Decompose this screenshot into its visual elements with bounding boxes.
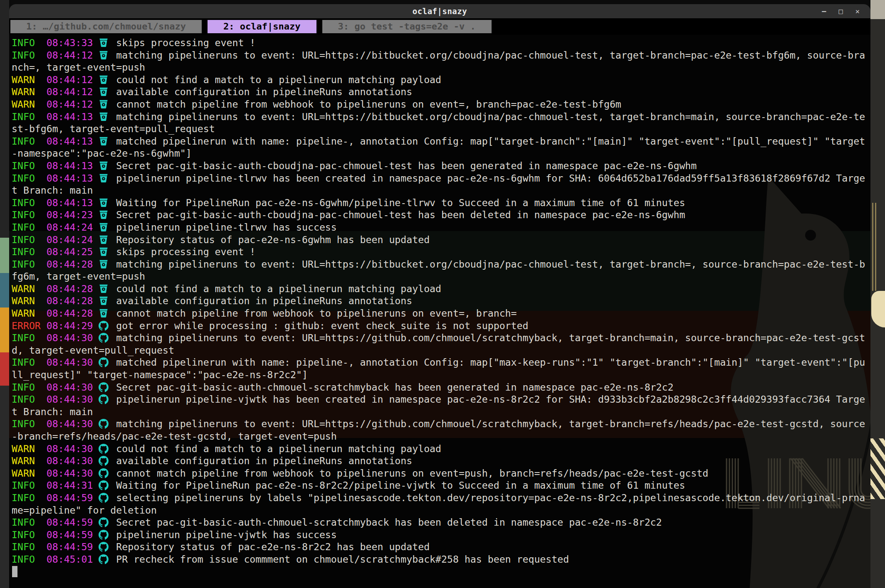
- bitbucket-icon: [99, 247, 110, 257]
- log-line: WARN 08:44:30 cannot match pipeline from…: [12, 467, 870, 480]
- log-line: INFO 08:44:13 Secret pac-git-basic-auth-…: [12, 160, 870, 172]
- log-line: WARN 08:44:12 available configuration in…: [12, 86, 870, 98]
- log-message: Waiting for PipelineRun pac-e2e-ns-6gwhm…: [116, 197, 685, 208]
- log-level: INFO: [12, 554, 47, 565]
- log-message: could not find a match to a pipelinerun …: [116, 74, 441, 85]
- github-icon: [99, 444, 110, 454]
- log-line: INFO 08:44:23 Secret pac-git-basic-auth-…: [12, 209, 870, 221]
- log-line: WARN 08:44:12 could not find a match to …: [12, 74, 870, 86]
- log-timestamp: 08:44:29: [47, 320, 93, 331]
- close-button[interactable]: ✕: [855, 4, 860, 18]
- log-timestamp: 08:44:30: [47, 394, 93, 405]
- wallpaper-stripe: [0, 0, 9, 238]
- minimize-button[interactable]: –: [822, 4, 826, 18]
- log-timestamp: 08:44:30: [47, 467, 93, 479]
- wallpaper-stripe: [0, 386, 9, 588]
- log-line: WARN 08:44:30 could not find a match to …: [12, 443, 870, 455]
- tab-1[interactable]: 1: …/github.com/chmouel/snazy: [10, 20, 202, 33]
- log-level: INFO: [12, 492, 47, 503]
- bitbucket-icon: [99, 210, 110, 220]
- log-level: INFO: [12, 258, 47, 270]
- log-level: WARN: [12, 308, 47, 319]
- log-line: INFO 08:44:12 matching pipelineruns to e…: [12, 49, 870, 74]
- log-message: pipelinerun pipeline-tlrwv has success: [116, 221, 336, 233]
- tab-2[interactable]: 2: oclaf|snazy: [208, 20, 316, 33]
- log-timestamp: 08:44:13: [47, 160, 93, 171]
- log-level: WARN: [12, 443, 47, 454]
- log-line: INFO 08:44:31 Waiting for PipelineRun pa…: [12, 479, 870, 492]
- bitbucket-icon: [99, 284, 110, 294]
- github-icon: [99, 468, 110, 478]
- log-level: INFO: [12, 209, 47, 220]
- log-line: INFO 08:44:24 pipelinerun pipeline-tlrwv…: [12, 221, 870, 234]
- log-level: INFO: [12, 111, 47, 122]
- log-line: INFO 08:45:01 PR recheck from issue comm…: [12, 553, 870, 566]
- bitbucket-icon: [99, 38, 110, 48]
- wallpaper-gold-line: [872, 203, 873, 291]
- log-level: INFO: [12, 480, 47, 491]
- log-timestamp: 08:44:59: [47, 492, 93, 503]
- log-line: INFO 08:44:59 pipelinerun pipeline-vjwtk…: [12, 529, 870, 541]
- bitbucket-icon: [99, 259, 110, 269]
- maximize-button[interactable]: □: [839, 4, 843, 18]
- github-icon: [99, 394, 110, 404]
- log-message: pipelinerun pipeline-vjwtk has success: [116, 529, 336, 540]
- log-line: WARN 08:44:30 available configuration in…: [12, 455, 870, 467]
- terminal-cursor: [12, 566, 17, 577]
- log-timestamp: 08:44:30: [47, 357, 93, 368]
- log-level: INFO: [12, 172, 47, 184]
- log-timestamp: 08:44:13: [47, 111, 93, 122]
- terminal-screen[interactable]: INFO 08:43:33 skips processing event !IN…: [9, 35, 870, 578]
- terminal-area: INFO 08:43:33 skips processing event !IN…: [9, 35, 870, 588]
- wallpaper-stripe: [0, 273, 9, 308]
- log-message: matched pipelinerun with name: pipeline-…: [12, 357, 865, 380]
- log-timestamp: 08:44:59: [47, 529, 93, 540]
- log-message: available configuration in pipelineRuns …: [116, 455, 412, 466]
- log-line: INFO 08:44:13 matched pipelinerun with n…: [12, 135, 870, 160]
- log-timestamp: 08:44:30: [47, 332, 93, 343]
- log-line: INFO 08:44:59 Secret pac-git-basic-auth-…: [12, 516, 870, 529]
- bitbucket-icon: [99, 296, 110, 306]
- title-bar[interactable]: oclaf|snazy –□✕: [9, 4, 870, 18]
- log-line: WARN 08:44:28 could not find a match to …: [12, 283, 870, 295]
- log-message: matching pipelineruns to event: URL=http…: [12, 418, 865, 442]
- log-level: WARN: [12, 86, 47, 97]
- wallpaper-right-band: [870, 0, 885, 588]
- log-message: Repository status of pac-e2e-ns-8r2c2 ha…: [116, 541, 430, 552]
- log-timestamp: 08:44:24: [47, 234, 93, 245]
- log-message: matching pipelineruns to event: URL=http…: [12, 49, 865, 73]
- log-timestamp: 08:44:25: [47, 246, 93, 257]
- github-icon: [99, 382, 110, 392]
- log-level: INFO: [12, 541, 47, 552]
- bitbucket-icon: [99, 75, 110, 85]
- bitbucket-icon: [99, 222, 110, 232]
- tab-3[interactable]: 3: go test -tags=e2e -v .: [322, 20, 492, 33]
- log-line: INFO 08:44:30 Secret pac-git-basic-auth-…: [12, 381, 870, 394]
- log-level: WARN: [12, 74, 47, 85]
- log-timestamp: 08:44:59: [47, 517, 93, 528]
- terminal-window: oclaf|snazy –□✕ 1: …/github.com/chmouel/…: [9, 4, 870, 588]
- log-timestamp: 08:44:28: [47, 258, 93, 270]
- log-message: cannot match pipeline from webhook to pi…: [116, 98, 621, 110]
- bitbucket-icon: [99, 87, 110, 97]
- wallpaper-light-corner: [870, 0, 885, 19]
- log-message: matching pipelineruns to event: URL=http…: [12, 258, 865, 282]
- log-line: INFO 08:44:30 matched pipelinerun with n…: [12, 356, 870, 381]
- log-level: INFO: [12, 135, 47, 147]
- github-icon: [99, 357, 110, 367]
- log-message: skips processing event !: [116, 246, 255, 257]
- log-message: Secret pac-git-basic-auth-cboudjna-pac-c…: [116, 160, 697, 171]
- log-timestamp: 08:44:23: [47, 209, 93, 220]
- log-timestamp: 08:44:13: [47, 197, 93, 208]
- log-level: INFO: [12, 357, 47, 368]
- desktop: oclaf|snazy –□✕ 1: …/github.com/chmouel/…: [0, 0, 885, 588]
- log-line: INFO 08:43:33 skips processing event !: [12, 37, 870, 49]
- log-line: INFO 08:44:13 Waiting for PipelineRun pa…: [12, 197, 870, 209]
- tmux-tab-bar: 1: …/github.com/chmouel/snazy2: oclaf|sn…: [9, 18, 870, 35]
- github-icon: [99, 493, 110, 503]
- log-timestamp: 08:44:12: [47, 49, 93, 61]
- window-title: oclaf|snazy: [413, 7, 467, 16]
- github-icon: [99, 321, 110, 331]
- log-timestamp: 08:44:59: [47, 541, 93, 552]
- bitbucket-icon: [99, 173, 110, 183]
